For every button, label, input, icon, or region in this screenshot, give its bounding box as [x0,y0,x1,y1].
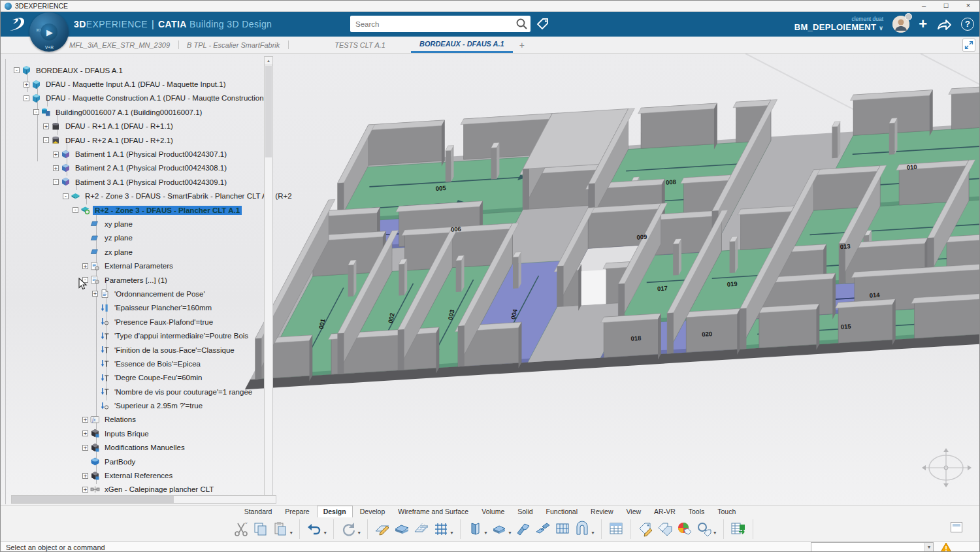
tree-item-label[interactable]: 'Ordonnancement de Pose' [112,289,207,299]
command-input[interactable]: ▼ [811,542,934,552]
paste-icon[interactable] [270,519,290,539]
expand-node-icon[interactable]: + [53,152,59,157]
tree-item-1[interactable]: -BORDEAUX - DFAUS A.1 [10,63,266,77]
tree-vertical-scrollbar[interactable]: ▲ [264,56,273,498]
compass-play-icon[interactable]: ▶ [41,24,57,41]
doc-tab-3[interactable]: TESTS CLT A.1 [326,37,394,53]
tree-item-label[interactable]: External Parameters [103,261,175,270]
tree-item-30[interactable]: +External References [10,468,266,482]
expand-node-icon[interactable]: + [82,473,88,479]
tree-item-2[interactable]: +DFAU - Maquette Input A.1 (DFAU - Maque… [10,77,266,91]
update-icon[interactable] [338,519,358,539]
workbench-tab-touch[interactable]: Touch [711,506,742,517]
workbench-tab-standard[interactable]: Standard [238,506,278,517]
user-info[interactable]: clement duat BM_DEPLOIEMENT∨ [794,16,883,32]
wall-icon[interactable] [465,519,485,539]
copy-icon[interactable] [251,519,270,539]
tree-item-label[interactable]: 'Essence de Bois'=Epicea [112,359,203,368]
undo-icon[interactable] [304,519,324,539]
tree-item-label[interactable]: 'Type d'appui intermediaire'=Poutre Bois [112,331,250,340]
tree-item-label[interactable]: Batiment 2 A.1 (Physical Product00424308… [73,163,229,172]
collapse-node-icon[interactable]: - [73,207,78,213]
tag-color-icon[interactable] [675,519,694,539]
tree-item-12[interactable]: +xy plane [10,217,266,231]
help-button[interactable]: ? [961,18,974,31]
tree-item-20[interactable]: +'Type d'appui intermediaire'=Poutre Boi… [10,329,266,342]
expand-node-icon[interactable]: + [82,445,88,451]
tree-item-25[interactable]: +'Superieur a 2.95m ?'=true [10,398,266,412]
tree-item-label[interactable]: xy plane [103,219,135,229]
warning-icon[interactable] [940,542,952,552]
search-box[interactable] [350,16,531,32]
expand-node-icon[interactable]: + [92,291,98,297]
add-content-button[interactable]: + [919,17,927,31]
grid-icon[interactable] [431,519,451,539]
tree-item-7[interactable]: +Batiment 1 A.1 (Physical Product0042430… [10,147,266,161]
workbench-tab-view[interactable]: View [620,506,647,517]
scroll-up-arrow[interactable]: ▲ [265,57,272,65]
workbench-tab-tools[interactable]: Tools [683,506,711,517]
tag-edit-icon[interactable] [636,519,655,539]
tag-icon[interactable] [535,17,551,31]
sketch-icon[interactable] [372,519,392,539]
slab-icon[interactable] [392,519,412,539]
tree-item-label[interactable]: DFAU - R+2 A.1 (DFAU - R+2.1) [63,136,175,145]
viewport-maximize-icon[interactable] [962,39,975,52]
close-button[interactable]: × [957,1,979,11]
tree-item-23[interactable]: +'Degre Coupe-Feu'=60min [10,371,266,385]
tree-item-11[interactable]: -R+2 - Zone 3 - DFAUS - Plancher CLT A.1 [10,203,266,217]
workbench-tab-develop[interactable]: Develop [354,506,391,517]
tree-item-3[interactable]: -DFAU - Maquette Construction A.1 (DFAU … [10,91,266,105]
tree-item-label[interactable]: 'Nombre de vis pour couturage'=1 rangee [112,387,254,397]
tree-item-label[interactable]: R+2 - Zone 3 - DFAUS - Plancher CLT A.1 [93,206,242,215]
tree-item-label[interactable]: 'Epaisseur Plancher'=160mm [112,303,214,312]
expand-node-icon[interactable]: + [82,263,88,269]
slab-small-icon[interactable] [489,519,509,539]
minimize-button[interactable]: – [913,1,935,11]
vertical-scroll-thumb[interactable] [265,66,272,157]
tag-search-icon[interactable] [694,519,714,539]
tree-item-label[interactable]: Batiment 3 A.1 (Physical Product00424309… [73,178,229,187]
tree-item-label[interactable]: External References [103,471,174,480]
tags-icon[interactable] [655,519,675,539]
tree-item-label[interactable]: Parameters [...] (1) [103,276,169,285]
tree-item-label[interactable]: 'Presence Faux-Plafond'=true [112,317,215,327]
dropdown-caret-icon[interactable]: ▼ [591,530,595,535]
tree-item-label[interactable]: 'Superieur a 2.95m ?'=true [112,401,204,410]
doc-tab-1[interactable]: MFL_3iA_EXE_STR_MN_2309 [61,37,178,53]
tree-item-28[interactable]: +Modifications Manuelles [10,441,266,455]
schedule-icon[interactable] [606,519,626,539]
dropdown-caret-icon[interactable]: ▼ [449,530,454,535]
expand-node-icon[interactable]: + [82,487,88,493]
tree-item-label[interactable]: 'Finition de la sous-Face'=Classique [112,346,237,355]
tree-item-label[interactable]: Building00016007 A.1 (Building00016007.1… [54,108,204,117]
beam-icon[interactable] [514,519,533,539]
maximize-button[interactable]: □ [935,1,957,11]
3d-compass[interactable]: 3D ▶ V+R [29,12,69,52]
expand-node-icon[interactable]: + [43,123,49,129]
collapse-node-icon[interactable]: - [43,137,49,143]
workbench-tab-prepare[interactable]: Prepare [279,506,315,517]
collapse-toolbar-chevron-icon[interactable]: ⌄ [244,519,249,525]
tree-item-label[interactable]: PartBody [103,457,137,466]
tree-item-19[interactable]: +'Presence Faux-Plafond'=true [10,315,266,329]
tree-item-14[interactable]: +zx plane [10,245,266,259]
tree-item-label[interactable]: DFAU - Maquette Construction A.1 (DFAU -… [44,93,274,103]
tree-item-16[interactable]: -Parameters [...] (1) [10,273,266,287]
curtain-wall-icon[interactable] [553,519,572,539]
workbench-tab-wireframe-and-surface[interactable]: Wireframe and Surface [392,506,474,517]
tree-item-label[interactable]: BORDEAUX - DFAUS A.1 [34,66,125,75]
grid-plane-icon[interactable] [412,519,431,539]
tree-item-27[interactable]: +Inputs Brique [10,427,266,440]
search-icon[interactable] [515,17,529,31]
tree-item-label[interactable]: yz plane [103,233,135,242]
tree-item-26[interactable]: +fxRelations [10,413,266,427]
collapse-node-icon[interactable]: - [33,109,39,115]
panel-toggle-icon[interactable] [951,522,962,532]
3d-viewport[interactable]: 0050060080090100130140150170190180200010… [1,54,979,505]
tree-item-5[interactable]: +DFAU - R+1 A.1 (DFAU - R+1.1) [10,120,266,133]
tree-item-21[interactable]: +'Finition de la sous-Face'=Classique [10,343,266,357]
add-tab-button[interactable]: + [513,40,531,50]
tree-item-13[interactable]: +yz plane [10,231,266,245]
workbench-tab-volume[interactable]: Volume [476,506,510,517]
